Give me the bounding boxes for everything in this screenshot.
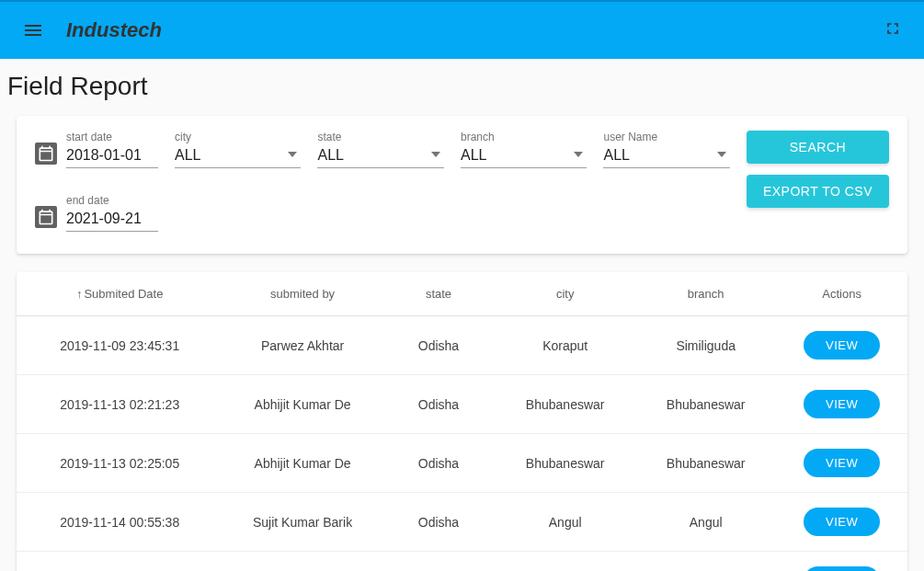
search-button[interactable]: SEARCH <box>747 131 889 164</box>
cell-city: Koraput <box>495 316 635 375</box>
cell-state: Odisha <box>382 375 495 434</box>
branch-label: branch <box>461 131 587 143</box>
end-date-input[interactable] <box>66 209 158 232</box>
menu-icon[interactable] <box>15 12 51 49</box>
cell-state: Odisha <box>382 316 495 375</box>
fullscreen-icon[interactable] <box>884 19 902 41</box>
table-row: 2019-11-15 04:45:00Sujit Kumar BarikOdis… <box>17 552 907 572</box>
table-row: 2019-11-13 02:21:23Abhijit Kumar DeOdish… <box>17 375 907 434</box>
view-button[interactable]: VIEW <box>804 508 880 536</box>
cell-date: 2019-11-13 02:25:05 <box>17 434 222 493</box>
start-date-input[interactable] <box>66 145 158 168</box>
city-value: ALL <box>175 145 301 168</box>
cell-date: 2019-11-14 00:55:38 <box>17 493 222 552</box>
end-date-field[interactable]: end date <box>35 194 158 232</box>
export-csv-button[interactable]: EXPORT TO CSV <box>747 175 889 208</box>
view-button[interactable]: VIEW <box>804 449 880 477</box>
col-submitted-date[interactable]: ↑Submited Date <box>17 272 222 316</box>
branch-value: ALL <box>461 145 587 168</box>
branch-select[interactable]: branch ALL <box>461 131 587 168</box>
col-submitted-by[interactable]: submited by <box>222 272 382 316</box>
results-table-card: ↑Submited Date submited by state city br… <box>17 272 907 571</box>
brand-title: Industech <box>66 18 162 42</box>
results-table: ↑Submited Date submited by state city br… <box>17 272 907 571</box>
cell-by: Sujit Kumar Barik <box>222 552 382 572</box>
col-state[interactable]: state <box>382 272 495 316</box>
cell-branch: Angul <box>635 493 776 552</box>
cell-by: Abhijit Kumar De <box>222 434 382 493</box>
cell-actions: VIEW <box>776 316 907 375</box>
cell-actions: VIEW <box>776 493 907 552</box>
view-button[interactable]: VIEW <box>804 566 880 571</box>
cell-state: Odisha <box>382 493 495 552</box>
cell-by: Parwez Akhtar <box>222 316 382 375</box>
state-select[interactable]: state ALL <box>317 131 443 168</box>
sort-ascending-icon: ↑ <box>76 287 83 301</box>
cell-state: Odisha <box>382 552 495 572</box>
cell-branch: Angul <box>635 552 776 572</box>
start-date-label: start date <box>66 131 158 143</box>
app-header: Industech <box>0 0 924 59</box>
cell-date: 2019-11-13 02:21:23 <box>17 375 222 434</box>
user-name-label: user Name <box>603 131 729 143</box>
calendar-icon <box>35 206 57 228</box>
state-label: state <box>317 131 443 143</box>
view-button[interactable]: VIEW <box>804 331 880 360</box>
city-label: city <box>175 131 301 143</box>
table-row: 2019-11-13 02:25:05Abhijit Kumar DeOdish… <box>17 434 907 493</box>
user-name-value: ALL <box>603 145 729 168</box>
cell-branch: Bhubaneswar <box>635 375 776 434</box>
col-actions: Actions <box>776 272 907 316</box>
col-branch[interactable]: branch <box>635 272 776 316</box>
cell-actions: VIEW <box>776 434 907 493</box>
user-name-select[interactable]: user Name ALL <box>603 131 729 168</box>
cell-city: Bhubaneswar <box>495 375 635 434</box>
cell-branch: Bhubaneswar <box>635 434 776 493</box>
cell-branch: Similiguda <box>635 316 776 375</box>
state-value: ALL <box>317 145 443 168</box>
cell-date: 2019-11-09 23:45:31 <box>17 316 222 375</box>
cell-date: 2019-11-15 04:45:00 <box>17 552 222 572</box>
cell-city: Angul <box>495 493 635 552</box>
calendar-icon <box>35 143 57 165</box>
cell-state: Odisha <box>382 434 495 493</box>
col-city[interactable]: city <box>495 272 635 316</box>
city-select[interactable]: city ALL <box>175 131 301 168</box>
cell-city: Angul <box>495 552 635 572</box>
cell-city: Bhubaneswar <box>495 434 635 493</box>
view-button[interactable]: VIEW <box>804 390 880 418</box>
cell-by: Sujit Kumar Barik <box>222 493 382 552</box>
page-title: Field Report <box>0 59 924 101</box>
filter-card: start date end date city ALL <box>17 116 907 254</box>
cell-by: Abhijit Kumar De <box>222 375 382 434</box>
table-row: 2019-11-09 23:45:31Parwez AkhtarOdishaKo… <box>17 316 907 375</box>
cell-actions: VIEW <box>776 375 907 434</box>
end-date-label: end date <box>66 194 158 207</box>
cell-actions: VIEW <box>776 552 907 572</box>
start-date-field[interactable]: start date <box>35 131 158 168</box>
table-row: 2019-11-14 00:55:38Sujit Kumar BarikOdis… <box>17 493 907 552</box>
